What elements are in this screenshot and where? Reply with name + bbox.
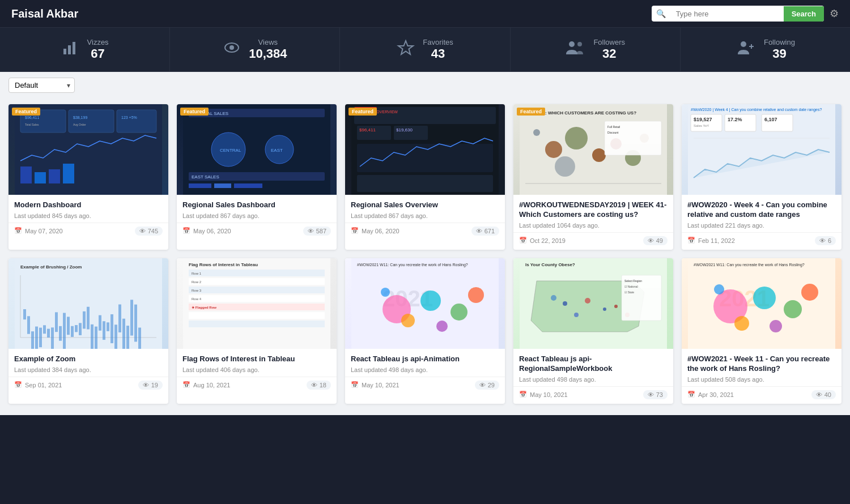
stat-vizzes[interactable]: Vizzes 67 (0, 28, 170, 71)
card-date: 📅 May 06, 2020 (182, 227, 231, 234)
vizzes-icon (61, 39, 79, 61)
card-react-regional[interactable]: Is Your County Obese? Select Region ☑ Na… (513, 258, 673, 404)
svg-marker-5 (398, 41, 413, 54)
svg-rect-98 (114, 324, 117, 349)
calendar-icon: 📅 (351, 227, 359, 234)
card-footer: 📅 May 10, 2021 👁 73 (513, 386, 673, 404)
followers-text: Followers 32 (593, 38, 625, 61)
svg-text:Avg Order: Avg Order (73, 123, 86, 126)
card-workoutwednesday[interactable]: WEEK 41: WHICH CUSTOMERS ARE COSTING US?… (513, 104, 673, 250)
svg-rect-96 (107, 322, 109, 331)
card-thumbnail-wow2021-week11: #WOW2021 W11: Can you recreate the work … (682, 258, 842, 349)
card-regional-sales-overview[interactable]: CENTRAL OVERVIEW Featured $96,411 $19,63… (345, 104, 505, 250)
svg-point-127 (381, 288, 390, 297)
svg-rect-46 (357, 175, 493, 192)
card-footer: 📅 Apr 30, 2021 👁 40 (682, 386, 842, 404)
svg-rect-76 (27, 316, 30, 334)
card-react-animation[interactable]: #WOW2021 W11: Can you recreate the work … (345, 258, 505, 404)
svg-text:Sales YoY: Sales YoY (694, 124, 709, 127)
card-footer: 📅 May 10, 2021 👁 29 (345, 377, 505, 394)
svg-text:17.2%: 17.2% (728, 117, 742, 122)
card-thumbnail-regional-sales-dashboard: CENTRAL SALES CENTRAL EAST EAST SALES Fe… (177, 104, 337, 195)
stat-followers[interactable]: Followers 32 (511, 28, 681, 71)
svg-text:$38,199: $38,199 (73, 116, 87, 119)
svg-point-50 (565, 127, 588, 150)
header-actions: 🔍 Search ⚙ (652, 6, 839, 22)
svg-rect-89 (79, 323, 82, 335)
favorites-icon (397, 39, 415, 61)
card-example-of-zoom[interactable]: Example of Brushing / Zoom Example of Zo… (8, 258, 168, 404)
svg-rect-2 (73, 42, 75, 54)
card-body: #WORKOUTWEDNESDAY2019 | WEEK 41- Which C… (513, 195, 673, 229)
card-title: #WORKOUTWEDNESDAY2019 | WEEK 41- Which C… (519, 200, 668, 220)
svg-text:Row 4: Row 4 (192, 297, 202, 301)
card-updated: Last updated 867 days ago. (351, 212, 499, 219)
svg-rect-15 (69, 110, 114, 133)
views-icon (223, 39, 241, 61)
card-body: React Tableau js api-RegionalSampleWorkb… (513, 349, 673, 383)
card-modern-dashboard[interactable]: $96,411 Total Sales $38,199 Avg Order 12… (8, 104, 168, 250)
views-icon: 👁 (476, 228, 482, 234)
svg-text:☑ State: ☑ State (624, 291, 634, 294)
card-views-count: 671 (484, 228, 495, 234)
stats-bar: Vizzes 67 Views 10,384 Favorites 43 (0, 28, 850, 72)
card-title: #WOW2020 - Week 4 - Can you combine rela… (687, 200, 836, 220)
svg-point-146 (753, 287, 776, 309)
sort-dropdown[interactable]: Default Most Recent Most Viewed A-Z (8, 78, 75, 93)
card-body: #WOW2020 - Week 4 - Can you combine rela… (682, 195, 842, 229)
card-views: 👁 29 (475, 381, 499, 390)
settings-icon[interactable]: ⚙ (830, 7, 839, 20)
favorites-label: Favorites (423, 38, 453, 46)
svg-rect-87 (71, 326, 74, 337)
card-views-count: 587 (316, 228, 326, 234)
card-date: 📅 Apr 30, 2021 (687, 391, 734, 398)
svg-text:Discount: Discount (607, 131, 619, 134)
search-input[interactable] (670, 6, 784, 22)
card-date: 📅 Sep 01, 2021 (14, 381, 62, 388)
svg-point-148 (734, 316, 749, 331)
card-thumbnail-react-animation: #WOW2021 W11: Can you recreate the work … (345, 258, 505, 349)
svg-point-123 (420, 291, 441, 311)
calendar-icon: 📅 (14, 227, 22, 234)
card-views: 👁 587 (303, 227, 331, 236)
card-footer: 📅 Feb 11, 2022 👁 6 (682, 232, 842, 250)
card-date-text: May 07, 2020 (25, 228, 63, 234)
card-date: 📅 Oct 22, 2019 (519, 237, 566, 244)
calendar-icon: 📅 (182, 381, 190, 388)
card-flag-rows[interactable]: Flag Rows of Interest in Tableau Row 1 R… (177, 258, 337, 404)
card-date-text: May 10, 2021 (362, 382, 400, 388)
featured-badge: Featured (12, 108, 40, 116)
svg-rect-23 (63, 164, 74, 183)
svg-rect-97 (110, 314, 113, 343)
search-bar: 🔍 Search (652, 6, 824, 22)
calendar-icon: 📅 (687, 391, 695, 398)
favorites-value: 43 (431, 46, 445, 61)
card-title: #WOW2021 - Week 11 - Can you recreate th… (687, 354, 836, 374)
svg-rect-95 (103, 321, 105, 340)
svg-rect-18 (117, 110, 156, 133)
svg-point-6 (569, 41, 575, 47)
card-wow2020-week4[interactable]: #WoW2020 | Week 4 | Can you combine rela… (682, 104, 842, 250)
svg-text:Total Sales: Total Sales (25, 123, 39, 126)
svg-rect-112 (189, 312, 325, 319)
card-footer: 📅 Oct 22, 2019 👁 49 (513, 232, 673, 250)
card-updated: Last updated 221 days ago. (687, 222, 836, 229)
card-wow2021-week11[interactable]: #WOW2021 W11: Can you recreate the work … (682, 258, 842, 404)
views-icon: 👁 (648, 237, 654, 244)
svg-point-51 (592, 148, 606, 162)
card-regional-sales-dashboard[interactable]: CENTRAL SALES CENTRAL EAST EAST SALES Fe… (177, 104, 337, 250)
vizzes-value: 67 (91, 46, 104, 61)
stat-views[interactable]: Views 10,384 (170, 28, 340, 71)
svg-point-124 (450, 304, 468, 321)
calendar-icon: 📅 (351, 381, 359, 388)
card-updated: Last updated 508 days ago. (687, 376, 836, 383)
svg-text:#WOW2021 W11: Can you recreate: #WOW2021 W11: Can you recreate the work … (694, 263, 805, 267)
svg-point-151 (801, 284, 818, 301)
card-thumbnail-regional-sales-overview: CENTRAL OVERVIEW Featured $96,411 $19,63… (345, 104, 505, 195)
stat-favorites[interactable]: Favorites 43 (340, 28, 510, 71)
card-date: 📅 May 10, 2021 (351, 381, 400, 388)
search-button[interactable]: Search (784, 6, 824, 22)
stat-following[interactable]: Following 39 (681, 28, 850, 71)
views-value: 10,384 (249, 46, 287, 61)
svg-text:★ Flagged Row: ★ Flagged Row (192, 306, 216, 309)
